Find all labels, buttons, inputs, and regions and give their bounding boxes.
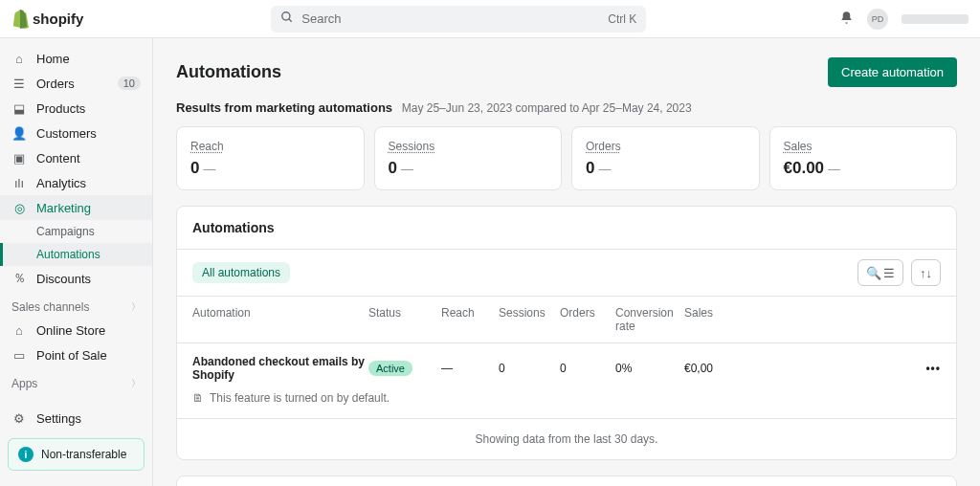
nav-campaigns[interactable]: Campaigns bbox=[0, 220, 152, 243]
search-shortcut: Ctrl K bbox=[608, 12, 636, 26]
non-transferable-chip[interactable]: iNon-transferable bbox=[8, 438, 145, 471]
pos-icon: ▭ bbox=[11, 348, 27, 363]
svg-point-0 bbox=[282, 12, 290, 20]
search-input[interactable]: Search Ctrl K bbox=[271, 6, 646, 33]
status-badge: Active bbox=[368, 361, 412, 376]
nav-orders[interactable]: ☰Orders10 bbox=[0, 71, 152, 96]
stat-reach[interactable]: Reach0— bbox=[176, 126, 365, 190]
nav-analytics[interactable]: ılıAnalytics bbox=[0, 170, 152, 195]
stat-sales[interactable]: Sales€0.00— bbox=[769, 126, 958, 190]
automation-name: Abandoned checkout emails by Shopify bbox=[192, 355, 368, 382]
table-row[interactable]: Abandoned checkout emails by Shopify Act… bbox=[177, 343, 956, 387]
sort-button[interactable]: ↑↓ bbox=[911, 259, 941, 286]
nav-pos[interactable]: ▭Point of Sale bbox=[0, 342, 152, 367]
row-note: 🗎This feature is turned on by default. bbox=[177, 387, 956, 419]
nav-customers[interactable]: 👤Customers bbox=[0, 121, 152, 145]
analytics-icon: ılı bbox=[11, 176, 27, 190]
chevron-right-icon: 〉 bbox=[131, 300, 141, 314]
store-icon: ⌂ bbox=[11, 323, 27, 338]
sales-channels-header[interactable]: Sales channels〉 bbox=[0, 291, 152, 318]
search-placeholder: Search bbox=[301, 11, 341, 26]
nav-discounts[interactable]: ％Discounts bbox=[0, 266, 152, 291]
tag-icon: ⬓ bbox=[11, 101, 27, 116]
sort-icon: ↑↓ bbox=[920, 266, 932, 280]
search-filter-button[interactable]: 🔍☰ bbox=[858, 259, 903, 286]
nav-online-store[interactable]: ⌂Online Store bbox=[0, 318, 152, 342]
orders-icon: ☰ bbox=[11, 77, 27, 91]
orders-badge: 10 bbox=[118, 77, 141, 90]
avatar[interactable]: PD bbox=[867, 9, 888, 30]
automations-card-title: Automations bbox=[177, 207, 956, 250]
stat-orders[interactable]: Orders0— bbox=[571, 126, 760, 190]
note-icon: 🗎 bbox=[192, 391, 204, 405]
results-heading: Results from marketing automations May 2… bbox=[176, 100, 957, 115]
brand-name: shopify bbox=[33, 11, 83, 27]
info-icon: i bbox=[18, 447, 33, 462]
create-automation-button[interactable]: Create automation bbox=[828, 57, 957, 87]
svg-line-1 bbox=[289, 19, 292, 22]
automations-card: Automations All automations 🔍☰ ↑↓ Automa… bbox=[176, 206, 957, 460]
main-content: Automations Create automation Results fr… bbox=[153, 38, 980, 486]
filter-icon: ☰ bbox=[883, 266, 895, 280]
sidebar: ⌂Home ☰Orders10 ⬓Products 👤Customers ▣Co… bbox=[0, 38, 153, 486]
shopify-bag-icon bbox=[11, 10, 29, 29]
stat-sessions[interactable]: Sessions0— bbox=[374, 126, 563, 190]
store-name-skeleton bbox=[902, 14, 969, 24]
search-icon: 🔍 bbox=[866, 266, 881, 280]
nav-products[interactable]: ⬓Products bbox=[0, 96, 152, 121]
page-title: Automations bbox=[176, 62, 281, 82]
nav-content[interactable]: ▣Content bbox=[0, 145, 152, 170]
nav-automations[interactable]: Automations bbox=[0, 243, 152, 266]
gear-icon: ⚙ bbox=[11, 411, 27, 426]
apps-header[interactable]: Apps〉 bbox=[0, 367, 152, 394]
filter-all-automations[interactable]: All automations bbox=[192, 262, 290, 283]
recover-card: Recover sales with reengagement automati… bbox=[176, 475, 957, 486]
table-header: Automation Status Reach Sessions Orders … bbox=[177, 297, 956, 343]
content-icon: ▣ bbox=[11, 151, 27, 166]
shopify-logo[interactable]: shopify bbox=[11, 10, 83, 29]
nav-marketing[interactable]: ◎Marketing bbox=[0, 195, 152, 220]
table-footer: Showing data from the last 30 days. bbox=[177, 419, 956, 459]
notifications-icon[interactable] bbox=[839, 11, 854, 28]
nav-home[interactable]: ⌂Home bbox=[0, 46, 152, 71]
chevron-right-icon: 〉 bbox=[131, 377, 141, 390]
discount-icon: ％ bbox=[11, 270, 27, 287]
search-icon bbox=[280, 11, 294, 27]
row-actions-button[interactable]: ••• bbox=[925, 362, 941, 375]
person-icon: 👤 bbox=[11, 126, 27, 141]
nav-settings[interactable]: ⚙Settings bbox=[0, 406, 152, 431]
target-icon: ◎ bbox=[11, 201, 27, 215]
home-icon: ⌂ bbox=[11, 52, 27, 66]
